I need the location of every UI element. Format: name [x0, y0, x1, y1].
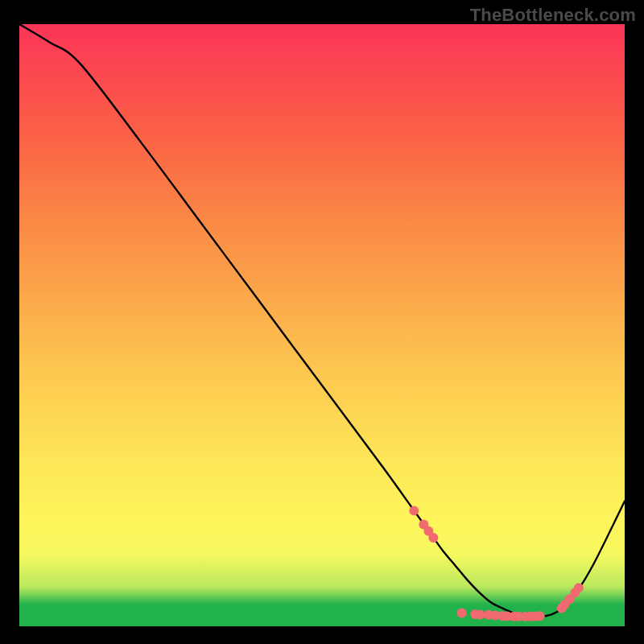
highlight-dot: [574, 583, 584, 592]
plot-area: [19, 24, 625, 626]
highlight-dot: [535, 611, 545, 621]
highlight-dot: [428, 533, 438, 543]
highlight-dot: [475, 609, 485, 619]
highlighted-range-dots: [19, 24, 625, 626]
chart-stage: TheBottleneck.com: [0, 0, 644, 644]
highlight-dot: [409, 506, 419, 515]
highlight-dot: [457, 609, 467, 618]
watermark-text: TheBottleneck.com: [470, 5, 636, 26]
